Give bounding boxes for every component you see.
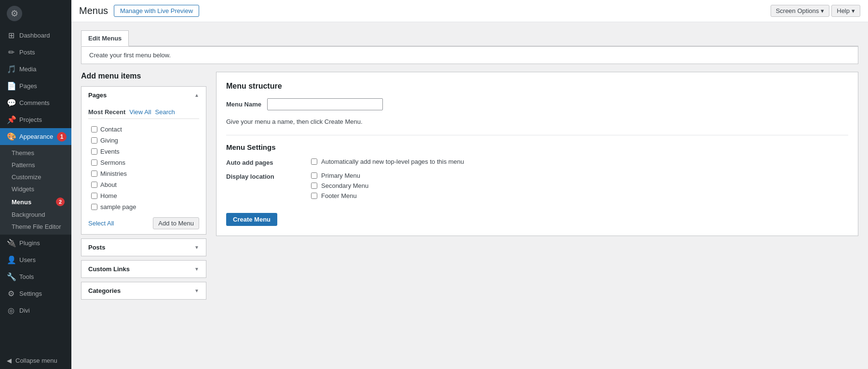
- footer-menu-row: Footer Menu: [311, 192, 368, 199]
- sidebar-item-pages[interactable]: 📄 Pages: [0, 78, 71, 94]
- settings-icon: ⚙: [7, 289, 15, 298]
- help-button[interactable]: Help ▾: [831, 5, 860, 17]
- sidebar-item-themes[interactable]: Themes: [0, 147, 71, 159]
- posts-accordion-arrow-icon: ▼: [194, 245, 199, 250]
- live-preview-button[interactable]: Manage with Live Preview: [114, 5, 199, 17]
- page-checkbox-contact[interactable]: [91, 126, 97, 132]
- footer-menu-checkbox[interactable]: [311, 193, 317, 199]
- sidebar-item-customize[interactable]: Customize: [0, 171, 71, 183]
- pages-accordion-footer: Select All Add to Menu: [88, 217, 199, 229]
- appearance-icon: 🎨: [7, 132, 15, 141]
- list-item: Sermons: [88, 157, 199, 168]
- page-checkbox-sermons[interactable]: [91, 159, 97, 166]
- sidebar-item-media[interactable]: 🎵 Media: [0, 61, 71, 78]
- menu-settings-title: Menu Settings: [226, 135, 848, 151]
- projects-icon: 📌: [7, 115, 15, 124]
- media-icon: 🎵: [7, 65, 15, 74]
- sidebar-item-background[interactable]: Background: [0, 209, 71, 221]
- secondary-menu-checkbox[interactable]: [311, 183, 317, 189]
- page-checkbox-home[interactable]: [91, 193, 97, 199]
- add-menu-items-title: Add menu items: [81, 72, 206, 80]
- screen-options-arrow-icon: ▾: [821, 7, 824, 14]
- page-checkbox-about[interactable]: [91, 182, 97, 188]
- custom-links-accordion-arrow-icon: ▼: [194, 266, 199, 272]
- page-checkbox-giving[interactable]: [91, 137, 97, 144]
- collapse-menu-button[interactable]: ◀ Collapse menu: [0, 352, 71, 369]
- main-content: Menus Manage with Live Preview Screen Op…: [71, 0, 868, 369]
- primary-menu-checkbox[interactable]: [311, 172, 317, 179]
- menus-badge: 2: [56, 198, 65, 206]
- sidebar: ⚙ ⊞ Dashboard ✏ Posts 🎵 Media 📄 Pages 💬 …: [0, 0, 71, 369]
- sidebar-item-menus[interactable]: Menus 2: [0, 195, 71, 209]
- list-item: Ministries: [88, 168, 199, 179]
- content-area: Edit Menus Create your first menu below.…: [71, 22, 868, 369]
- sidebar-item-tools[interactable]: 🔧 Tools: [0, 268, 71, 285]
- pages-filter-tabs: Most Recent View All Search: [88, 108, 199, 119]
- topbar-right: Screen Options ▾ Help ▾: [771, 5, 860, 17]
- dashboard-icon: ⊞: [7, 31, 15, 40]
- filter-tab-most-recent[interactable]: Most Recent: [88, 108, 125, 116]
- posts-accordion: Posts ▼: [81, 238, 206, 256]
- select-all-button[interactable]: Select All: [88, 220, 114, 227]
- auto-add-label: Auto add pages: [226, 158, 303, 166]
- create-menu-button[interactable]: Create Menu: [226, 213, 277, 226]
- list-item: sample page: [88, 201, 199, 212]
- page-checkbox-events[interactable]: [91, 148, 97, 155]
- page-checkbox-sample-page[interactable]: [91, 204, 97, 210]
- sidebar-item-appearance[interactable]: 🎨 Appearance 1: [0, 128, 71, 145]
- sidebar-item-divi[interactable]: ◎ Divi: [0, 302, 71, 319]
- display-location-controls: Primary Menu Secondary Menu Footer Menu: [311, 172, 368, 199]
- primary-menu-row: Primary Menu: [311, 172, 368, 179]
- list-item: Contact: [88, 124, 199, 135]
- auto-add-checkbox-row: Automatically add new top-level pages to…: [311, 158, 464, 165]
- sidebar-item-users[interactable]: 👤 Users: [0, 251, 71, 268]
- list-item: Home: [88, 190, 199, 201]
- auto-add-row: Auto add pages Automatically add new top…: [226, 158, 848, 166]
- screen-options-button[interactable]: Screen Options ▾: [771, 5, 830, 17]
- sidebar-item-patterns[interactable]: Patterns: [0, 159, 71, 171]
- collapse-icon: ◀: [7, 357, 12, 364]
- sidebar-item-plugins[interactable]: 🔌 Plugins: [0, 235, 71, 251]
- sidebar-item-comments[interactable]: 💬 Comments: [0, 94, 71, 111]
- sidebar-item-dashboard[interactable]: ⊞ Dashboard: [0, 27, 71, 44]
- left-panel: Add menu items Pages ▲ Most Recent View …: [81, 72, 206, 303]
- categories-accordion-title: Categories: [88, 287, 121, 294]
- filter-tab-view-all[interactable]: View All: [129, 108, 151, 116]
- sidebar-item-widgets[interactable]: Widgets: [0, 183, 71, 195]
- tab-edit-menus[interactable]: Edit Menus: [81, 30, 129, 46]
- custom-links-accordion-title: Custom Links: [88, 265, 130, 273]
- two-col-layout: Add menu items Pages ▲ Most Recent View …: [81, 72, 858, 303]
- list-item: Giving: [88, 135, 199, 146]
- menu-name-input[interactable]: [267, 98, 383, 110]
- pages-accordion: Pages ▲ Most Recent View All Search: [81, 86, 206, 235]
- topbar: Menus Manage with Live Preview Screen Op…: [71, 0, 868, 22]
- auto-add-checkbox[interactable]: [311, 158, 317, 165]
- wp-logo-icon: ⚙: [7, 6, 22, 21]
- comments-icon: 💬: [7, 98, 15, 107]
- filter-tab-search[interactable]: Search: [155, 108, 175, 116]
- menu-name-row: Menu Name: [226, 98, 848, 110]
- tools-icon: 🔧: [7, 272, 15, 281]
- add-to-menu-button[interactable]: Add to Menu: [153, 217, 199, 229]
- categories-accordion-header[interactable]: Categories ▼: [81, 282, 206, 299]
- sidebar-logo: ⚙: [0, 0, 71, 27]
- secondary-menu-row: Secondary Menu: [311, 182, 368, 189]
- custom-links-accordion-header[interactable]: Custom Links ▼: [81, 261, 206, 277]
- users-icon: 👤: [7, 255, 15, 264]
- pages-icon: 📄: [7, 81, 15, 91]
- sidebar-item-theme-file-editor[interactable]: Theme File Editor: [0, 221, 71, 233]
- pages-accordion-header[interactable]: Pages ▲: [81, 87, 206, 104]
- divi-icon: ◎: [7, 306, 15, 315]
- sidebar-item-projects[interactable]: 📌 Projects: [0, 111, 71, 128]
- posts-accordion-header[interactable]: Posts ▼: [81, 239, 206, 256]
- pages-accordion-title: Pages: [88, 92, 107, 99]
- categories-accordion-arrow-icon: ▼: [194, 288, 199, 293]
- sidebar-item-posts[interactable]: ✏ Posts: [0, 44, 71, 61]
- page-checkbox-ministries[interactable]: [91, 171, 97, 177]
- posts-icon: ✏: [7, 48, 15, 57]
- right-panel: Menu structure Menu Name Give your menu …: [216, 72, 858, 236]
- posts-accordion-title: Posts: [88, 244, 105, 251]
- appearance-badge: 1: [57, 132, 67, 142]
- help-arrow-icon: ▾: [852, 7, 855, 14]
- sidebar-item-settings[interactable]: ⚙ Settings: [0, 285, 71, 302]
